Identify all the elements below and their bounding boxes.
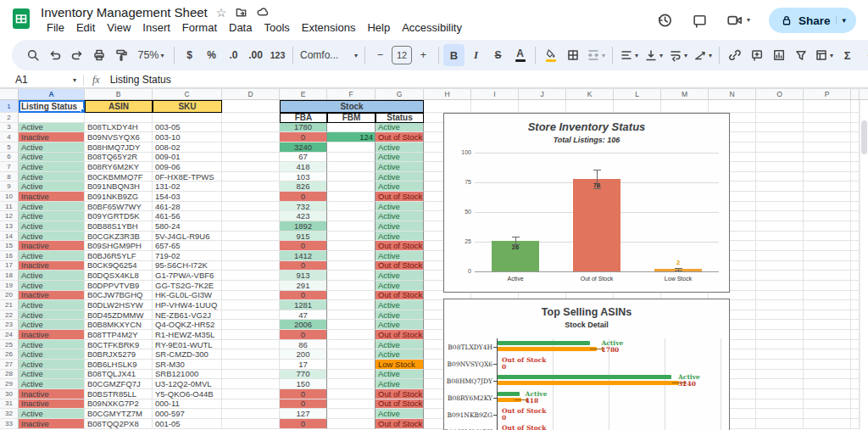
cell-empty[interactable] <box>222 181 280 192</box>
row-number-14[interactable]: 14 <box>0 232 19 242</box>
cell-sku[interactable]: NE-ZB61-VG2J <box>153 310 222 321</box>
column-header-L[interactable]: L <box>614 89 661 99</box>
insert-link-button[interactable] <box>724 44 745 66</box>
cell-sku[interactable]: 0F-HX8E-TPWS <box>153 172 222 182</box>
cell-sku[interactable]: 003-05 <box>153 123 222 133</box>
cell-status[interactable]: Out of Stock <box>376 330 424 340</box>
menu-data[interactable]: Data <box>223 20 258 35</box>
cell-fbm[interactable] <box>327 232 376 242</box>
cell-empty[interactable] <box>851 192 860 202</box>
zoom-selector[interactable]: 75%▾ <box>132 44 170 66</box>
cell-fba[interactable]: 103 <box>280 172 327 182</box>
cell-empty[interactable] <box>851 300 860 310</box>
column-header-N[interactable]: N <box>709 89 756 99</box>
cell-status[interactable]: Active <box>376 232 424 242</box>
row-number-11[interactable]: 11 <box>0 202 19 212</box>
row-number-15[interactable]: 15 <box>0 241 19 251</box>
cell-empty[interactable] <box>756 251 804 261</box>
more-formats-button[interactable]: 123 <box>267 44 288 66</box>
cell-empty[interactable] <box>756 389 804 399</box>
cell-fbm[interactable] <box>327 291 376 301</box>
menu-format[interactable]: Format <box>176 20 223 35</box>
cell-listing-status[interactable]: Active <box>19 202 85 212</box>
cell-status[interactable]: Active <box>376 251 424 261</box>
cell-empty[interactable] <box>851 399 860 410</box>
cell-empty[interactable] <box>804 320 851 330</box>
cell-asin[interactable]: B0BSTR85LL <box>85 389 153 399</box>
cell-sku[interactable]: 009-06 <box>153 162 222 172</box>
cell-empty[interactable] <box>471 100 519 113</box>
cell-sku[interactable]: SRB121000 <box>153 370 222 380</box>
column-header-partial[interactable] <box>851 89 860 99</box>
vertical-align-button[interactable]: ▾ <box>642 44 665 66</box>
cell-status[interactable]: Out of Stock <box>376 241 424 251</box>
cell-empty[interactable] <box>222 370 280 380</box>
cell-empty[interactable] <box>222 221 280 232</box>
cell-status[interactable]: Out of Stock <box>376 419 424 429</box>
cell-e1-stock-merged[interactable]: Stock <box>280 100 424 113</box>
cell-empty[interactable] <box>804 310 851 321</box>
create-filter-button[interactable] <box>790 44 811 66</box>
cell-status[interactable]: Active <box>376 379 424 389</box>
cell-empty[interactable] <box>851 409 860 419</box>
cell-empty[interactable] <box>851 360 860 370</box>
cell-fbm[interactable] <box>327 330 376 340</box>
row-number-9[interactable]: 9 <box>0 181 19 192</box>
cell-fbm[interactable] <box>327 181 376 192</box>
cell-listing-status[interactable]: Active <box>19 162 85 172</box>
cell-asin[interactable]: B0DLW2HSYW <box>85 300 153 310</box>
chart-top-selling-asins[interactable]: Top Selling ASINsStock DetailB08TLXDY4HA… <box>443 299 730 430</box>
cell-f2-fbm[interactable]: FBM <box>327 113 376 123</box>
cell-sku[interactable]: SR-CMZD-300 <box>153 349 222 360</box>
cell-asin[interactable]: B08TQ65Y2R <box>85 153 153 163</box>
cell-listing-status[interactable]: Active <box>19 221 85 232</box>
cell-listing-status[interactable]: Active <box>19 153 85 163</box>
cell-sku[interactable]: GG-TS2G-7K2E <box>153 281 222 291</box>
cell-sku[interactable]: Y5-QKO6-O44B <box>153 389 222 399</box>
cell-fbm[interactable] <box>327 281 376 291</box>
selection-fill-handle[interactable] <box>81 109 85 113</box>
cell-listing-status[interactable]: Inactive <box>19 399 85 410</box>
cell-empty[interactable] <box>756 100 804 113</box>
cell-empty[interactable] <box>804 142 851 153</box>
column-header-H[interactable]: H <box>424 89 471 99</box>
cell-empty[interactable] <box>222 261 280 271</box>
text-color-button[interactable]: A <box>509 44 531 66</box>
cell-listing-status[interactable]: Active <box>19 232 85 242</box>
row-number-27[interactable]: 27 <box>0 360 19 370</box>
cell-fbm[interactable] <box>327 142 376 153</box>
fill-color-button[interactable] <box>540 44 561 66</box>
cell-sku[interactable]: HP-VHW4-1UUQ <box>153 300 222 310</box>
cell-fba[interactable]: 291 <box>280 281 327 291</box>
cell-fbm[interactable] <box>327 320 376 330</box>
cell-asin[interactable]: B0CK9Q6254 <box>85 261 153 271</box>
star-icon[interactable]: ☆ <box>216 7 227 19</box>
cell-empty[interactable] <box>222 162 280 172</box>
cell-empty[interactable] <box>804 340 851 350</box>
row-number-33[interactable]: 33 <box>0 419 19 429</box>
cell-empty[interactable] <box>756 310 804 321</box>
cell-empty[interactable] <box>614 100 661 113</box>
cell-fba[interactable]: 2006 <box>280 320 327 330</box>
cell-asin[interactable]: B0D45ZDMMW <box>85 310 153 321</box>
cell-fba[interactable]: 418 <box>280 162 327 172</box>
cell-fba[interactable]: 0 <box>280 399 327 410</box>
undo-icon[interactable] <box>44 44 65 66</box>
cell-sku[interactable]: 008-02 <box>153 142 222 153</box>
cell-status[interactable]: Active <box>376 172 424 182</box>
cell-fba[interactable]: 86 <box>280 340 327 350</box>
cell-empty[interactable] <box>804 300 851 310</box>
cell-status[interactable]: Active <box>376 409 424 419</box>
cell-listing-status[interactable]: Active <box>19 379 85 389</box>
cell-asin[interactable]: B0CKBMMQ7F <box>85 172 153 182</box>
cell-fba[interactable]: 0 <box>280 192 327 202</box>
cell-empty[interactable] <box>851 162 860 172</box>
cell-empty[interactable] <box>804 113 851 123</box>
cell-empty[interactable] <box>804 419 851 429</box>
cell-asin[interactable]: B08TQQ2PX8 <box>85 419 153 429</box>
cell-empty[interactable] <box>222 132 280 142</box>
select-all-corner[interactable] <box>0 89 19 99</box>
cell-empty[interactable] <box>851 419 860 429</box>
cell-sku[interactable]: 461-28 <box>153 202 222 212</box>
cell-sku[interactable]: 5V-J4GL-R9U6 <box>153 232 222 242</box>
